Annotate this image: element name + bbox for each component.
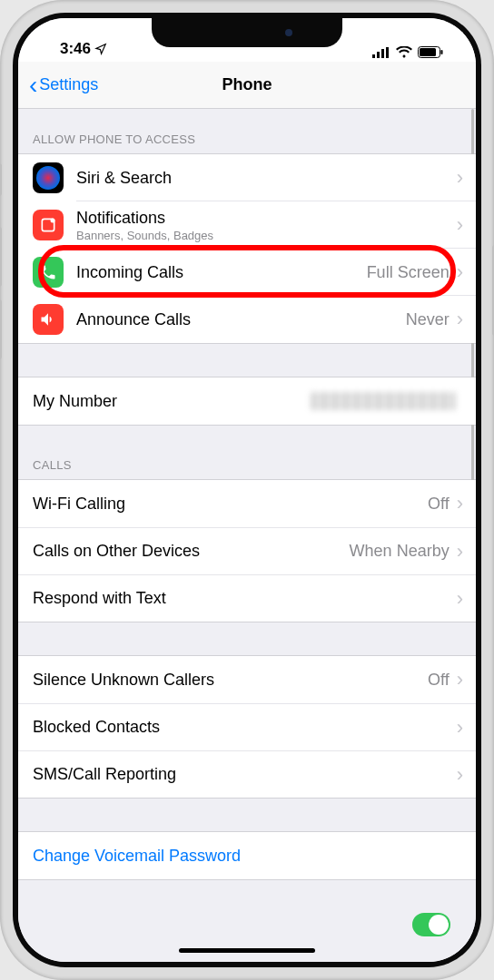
cell-subtitle: Banners, Sounds, Badges	[76, 229, 457, 242]
row-sms-call-reporting[interactable]: SMS/Call Reporting ›	[18, 750, 476, 798]
chevron-right-icon: ›	[457, 542, 463, 562]
svg-point-8	[51, 219, 55, 223]
status-time: 3:46	[60, 40, 91, 58]
svg-rect-0	[372, 54, 375, 58]
svg-rect-6	[441, 50, 443, 54]
row-change-voicemail-password[interactable]: Change Voicemail Password	[18, 832, 476, 879]
chevron-right-icon: ›	[457, 670, 463, 690]
back-button[interactable]: ‹ Settings	[29, 73, 98, 98]
cell-title: Blocked Contacts	[33, 718, 457, 737]
row-silence-unknown[interactable]: Silence Unknown Callers Off ›	[18, 656, 476, 703]
cell-title: Calls on Other Devices	[33, 542, 350, 561]
row-my-number[interactable]: My Number	[18, 377, 476, 425]
svg-rect-3	[386, 47, 389, 58]
svg-rect-1	[377, 52, 380, 58]
location-icon	[94, 43, 107, 55]
chevron-right-icon: ›	[457, 309, 463, 329]
cell-title: SMS/Call Reporting	[33, 765, 457, 784]
cell-value: Never	[406, 310, 450, 329]
volume-down-button	[0, 299, 2, 359]
volume-up-button	[0, 227, 2, 287]
cell-value: Off	[428, 671, 450, 690]
toggle-switch[interactable]	[412, 913, 450, 936]
row-blocked-contacts[interactable]: Blocked Contacts ›	[18, 703, 476, 750]
speaker-icon	[33, 304, 64, 335]
cell-title: Respond with Text	[33, 589, 457, 608]
screen: 3:46 ‹ Settings Phone ALLOW PHONE TO	[18, 18, 476, 962]
cell-title: Incoming Calls	[76, 263, 367, 282]
chevron-right-icon: ›	[457, 494, 463, 514]
row-incoming-calls[interactable]: Incoming Calls Full Screen ›	[18, 249, 476, 296]
cell-title: Change Voicemail Password	[33, 847, 463, 866]
cell-title: My Number	[33, 392, 311, 411]
cell-title: Announce Calls	[76, 310, 406, 329]
cell-value: Off	[428, 495, 450, 514]
notch	[152, 18, 342, 47]
back-label: Settings	[39, 75, 98, 94]
svg-rect-5	[420, 48, 436, 56]
row-calls-on-other-devices[interactable]: Calls on Other Devices When Nearby ›	[18, 527, 476, 574]
svg-rect-2	[381, 49, 384, 58]
phone-frame: 3:46 ‹ Settings Phone ALLOW PHONE TO	[0, 0, 494, 980]
nav-bar: ‹ Settings Phone	[18, 62, 476, 109]
home-indicator[interactable]	[179, 948, 315, 953]
chevron-left-icon: ‹	[29, 73, 37, 98]
cell-value: Full Screen	[367, 263, 450, 282]
cell-title: Siri & Search	[76, 169, 457, 188]
cell-title: Silence Unknown Callers	[33, 671, 428, 690]
chevron-right-icon: ›	[457, 589, 463, 609]
wifi-icon	[396, 46, 412, 58]
battery-icon	[418, 46, 443, 58]
notifications-icon	[33, 210, 64, 240]
cell-value: When Nearby	[350, 542, 450, 561]
chevron-right-icon: ›	[457, 765, 463, 785]
cell-title: Notifications	[76, 209, 457, 228]
section-header-calls: CALLS	[18, 426, 476, 479]
page-title: Phone	[222, 75, 272, 94]
cell-title: Wi-Fi Calling	[33, 495, 428, 514]
cellular-icon	[372, 47, 390, 58]
phone-icon	[33, 257, 64, 288]
chevron-right-icon: ›	[457, 718, 463, 738]
row-respond-with-text[interactable]: Respond with Text ›	[18, 574, 476, 622]
row-siri-search[interactable]: Siri & Search ›	[18, 154, 476, 201]
chevron-right-icon: ›	[457, 262, 463, 282]
mute-switch	[0, 163, 2, 196]
chevron-right-icon: ›	[457, 168, 463, 188]
section-header-access: ALLOW PHONE TO ACCESS	[18, 109, 476, 153]
redacted-value	[311, 392, 456, 410]
chevron-right-icon: ›	[457, 215, 463, 235]
row-wifi-calling[interactable]: Wi-Fi Calling Off ›	[18, 480, 476, 527]
row-notifications[interactable]: Notifications Banners, Sounds, Badges ›	[18, 201, 476, 249]
content[interactable]: ALLOW PHONE TO ACCESS Siri & Search › No…	[18, 109, 476, 962]
siri-icon	[33, 162, 64, 193]
row-announce-calls[interactable]: Announce Calls Never ›	[18, 296, 476, 343]
